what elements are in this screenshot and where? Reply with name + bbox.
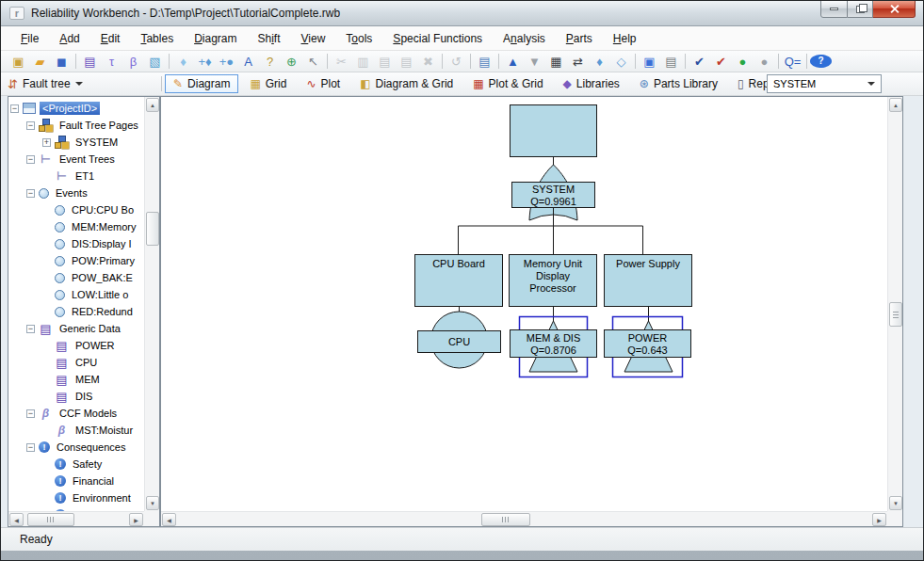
move-up-button[interactable]: ▲ — [502, 52, 524, 71]
tree-item-event-low[interactable]: LOW:Little o — [8, 286, 144, 303]
scroll-down-button[interactable]: ▼ — [889, 496, 902, 510]
script-button[interactable]: ? — [259, 52, 281, 71]
diagram-horizontal-scrollbar[interactable]: ◀ ▶ — [161, 511, 887, 526]
find-gate-button[interactable]: ◇ — [610, 52, 632, 71]
menu-tools[interactable]: Tools — [335, 28, 382, 49]
diagram-view-button[interactable]: ✎Diagram — [165, 74, 238, 93]
tree-expander[interactable]: − — [26, 121, 35, 130]
open-project-button[interactable]: ▰ — [29, 52, 51, 71]
menu-parts[interactable]: Parts — [556, 28, 603, 49]
scroll-right-button[interactable]: ▶ — [872, 513, 886, 526]
menu-diagram[interactable]: Diagram — [184, 28, 247, 49]
diagram-grid-view-button[interactable]: ◧Diagram & Grid — [351, 74, 462, 93]
tree-expander[interactable]: − — [26, 189, 35, 198]
help-button[interactable]: ? — [810, 55, 832, 68]
system-gate-label[interactable]: SYSTEM Q=0.9961 — [511, 182, 595, 208]
tree-item-projectid[interactable]: − <ProjectID> — [8, 100, 144, 117]
tree-item-cons-environment[interactable]: ! Environment — [8, 489, 144, 506]
undo-button[interactable]: ↺ — [446, 52, 467, 71]
analysis-options-button[interactable]: ▤ — [660, 52, 682, 71]
find-event-button[interactable]: ♦ — [589, 52, 610, 71]
add-event-button[interactable]: +♦ — [194, 52, 216, 71]
beta-factors-button[interactable]: β — [122, 52, 144, 71]
tree-vertical-scrollbar[interactable]: ▲ ▼ — [144, 97, 159, 511]
new-project-button[interactable]: ▣ — [8, 52, 29, 71]
grid-button[interactable]: ▦ — [545, 52, 567, 71]
status-gray-button[interactable]: ● — [754, 52, 775, 71]
diagram-vscroll-thumb[interactable] — [889, 302, 902, 327]
tree-item-events[interactable]: − Events — [8, 184, 144, 201]
libraries-button[interactable]: ◆Libraries — [555, 74, 628, 93]
menu-shift[interactable]: Shift — [247, 28, 290, 49]
scroll-left-button[interactable]: ◀ — [9, 513, 24, 526]
menu-special-functions[interactable]: Special Functions — [382, 28, 493, 49]
tree-item-event-trees[interactable]: − ⊢ Event Trees — [8, 151, 144, 168]
diagram-hscroll-thumb[interactable] — [481, 513, 530, 526]
data-entry-button[interactable]: ▤ — [79, 52, 101, 71]
add-gate-button[interactable]: +● — [216, 52, 237, 71]
tree-item-et1[interactable]: ⊢ ET1 — [8, 168, 144, 184]
verify-button[interactable]: ✔ — [710, 52, 732, 71]
power-transfer-label[interactable]: POWER Q=0.643 — [604, 329, 691, 358]
move-down-button[interactable]: ▼ — [524, 52, 545, 71]
scroll-up-button[interactable]: ▲ — [889, 98, 902, 112]
tree-item-event-red[interactable]: RED:Redund — [8, 303, 144, 320]
tree-item-ccf-models[interactable]: − β CCF Models — [8, 405, 144, 422]
plot-view-button[interactable]: ∿Plot — [298, 74, 349, 93]
tree-item-cons-financial[interactable]: ! Financial — [8, 473, 144, 489]
properties-button[interactable]: ▤ — [474, 52, 495, 71]
delete-button[interactable]: ✖ — [417, 52, 439, 71]
cpu-board-node[interactable]: CPU Board — [414, 254, 503, 307]
minimize-button[interactable] — [820, 0, 848, 18]
fit-columns-button[interactable]: ⇄ — [567, 52, 589, 71]
menu-tables[interactable]: Tables — [130, 28, 184, 49]
title-bar[interactable]: r Reliability Workbench - D:\Temp\Projec… — [1, 1, 923, 26]
restore-button[interactable] — [848, 0, 873, 18]
tree-expander[interactable]: − — [26, 155, 35, 164]
select-mode-button[interactable]: ↖ — [302, 52, 324, 71]
tree-item-gdata-cpu[interactable]: ▤ CPU — [8, 354, 144, 371]
new-event-button[interactable]: ♦ — [172, 52, 194, 71]
save-project-button[interactable]: ◼ — [51, 52, 73, 71]
tree-expander[interactable]: − — [10, 104, 19, 113]
paste-button[interactable]: ▤ — [374, 52, 396, 71]
system-combobox[interactable]: SYSTEM — [767, 74, 882, 93]
tree-horizontal-scrollbar[interactable]: ◀ ▶ — [8, 511, 144, 526]
diagram-vertical-scrollbar[interactable]: ▲ ▼ — [887, 97, 902, 511]
tau-parameters-button[interactable]: τ — [101, 52, 122, 71]
module-selector[interactable]: ⇵ Fault tree — [6, 77, 158, 91]
tree-item-gdata-mem[interactable]: ▤ MEM — [8, 371, 144, 388]
parts-library-button[interactable]: ⊛Parts Library — [631, 74, 726, 93]
tree-item-ccf-mst[interactable]: β MST:Moistur — [8, 422, 144, 439]
scroll-down-button[interactable]: ▼ — [146, 496, 159, 510]
tree-item-event-pow[interactable]: POW:Primary — [8, 252, 144, 269]
fault-tree-canvas[interactable]: SYSTEM Q=0.9961 CPU Board Memory Unit Di… — [161, 97, 887, 511]
grid-view-button[interactable]: ▦Grid — [241, 74, 295, 93]
mem-dis-transfer-label[interactable]: MEM & DIS Q=0.8706 — [510, 329, 597, 358]
scroll-up-button[interactable]: ▲ — [146, 98, 159, 112]
close-button[interactable] — [873, 0, 916, 18]
top-event-node[interactable] — [510, 104, 597, 157]
scroll-left-button[interactable]: ◀ — [162, 513, 176, 526]
tree-item-event-cpu[interactable]: CPU:CPU Bo — [8, 201, 144, 218]
tree-vscroll-thumb[interactable] — [146, 212, 159, 246]
tree-item-consequences[interactable]: − ! Consequences — [8, 439, 144, 456]
spell-check-button[interactable]: ✔ — [689, 52, 710, 71]
tree-item-event-dis[interactable]: DIS:Display I — [8, 235, 144, 252]
paste-special-button[interactable]: ▤ — [396, 52, 417, 71]
tree-item-event-pow-bak[interactable]: POW_BAK:E — [8, 269, 144, 286]
menu-help[interactable]: Help — [603, 28, 647, 49]
tree-hscroll-thumb[interactable] — [27, 513, 74, 526]
tree-expander[interactable]: − — [26, 325, 35, 333]
tree-item-cons-safety[interactable]: ! Safety — [8, 456, 144, 473]
menu-analysis[interactable]: Analysis — [493, 28, 556, 49]
tree-item-gdata-power[interactable]: ▤ POWER — [8, 337, 144, 354]
tree-expander[interactable]: + — [42, 138, 51, 147]
tree-expander[interactable]: − — [26, 409, 35, 418]
status-green-button[interactable]: ● — [732, 52, 754, 71]
tree-item-event-mem[interactable]: MEM:Memory — [8, 218, 144, 235]
menu-add[interactable]: Add — [49, 28, 89, 49]
tree-item-system-page[interactable]: + SYSTEM — [8, 134, 144, 151]
hyperlink-button[interactable]: ⊕ — [281, 52, 302, 71]
plot-grid-view-button[interactable]: ▦Plot & Grid — [464, 74, 551, 93]
